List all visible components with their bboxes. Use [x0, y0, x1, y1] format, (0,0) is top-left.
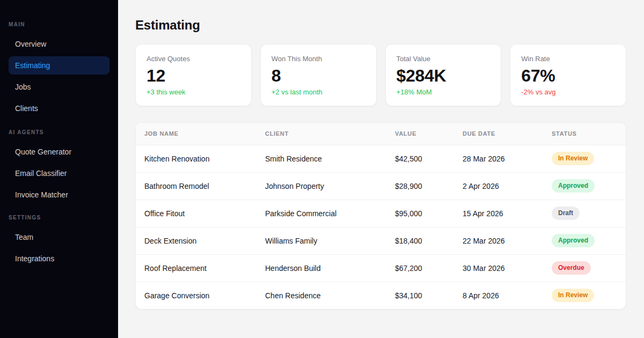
quotes-table: Job Name Client Value Due Date Status Ki…: [136, 123, 626, 309]
sidebar-section-label-ai-agents: AI AGENTS: [9, 129, 109, 136]
sidebar-item-quote-generator[interactable]: Quote Generator: [9, 143, 109, 161]
sidebar-item-invoice-matcher[interactable]: Invoice Matcher: [9, 186, 109, 204]
sidebar-item-label: Quote Generator: [15, 148, 71, 156]
sidebar-item-label: Clients: [15, 104, 38, 113]
stat-delta: -2% vs avg: [521, 87, 615, 97]
stat-card-total-value: Total Value $284K +18% MoM: [385, 44, 502, 106]
cell-client: Parkside Commercial: [257, 200, 386, 227]
cell-job-name: Bathroom Remodel: [136, 172, 257, 200]
cell-due-date: 30 Mar 2026: [454, 254, 543, 282]
stat-label: Won This Month: [272, 54, 365, 64]
stat-value: 67%: [521, 65, 615, 86]
sidebar-item-overview[interactable]: Overview: [9, 35, 109, 53]
column-header-status: Status: [543, 123, 626, 145]
column-header-due-date: Due Date: [454, 123, 543, 145]
stat-card-won-this-month: Won This Month 8 +2 vs last month: [260, 44, 377, 106]
quotes-table-card: Job Name Client Value Due Date Status Ki…: [135, 122, 626, 310]
cell-due-date: 22 Mar 2026: [454, 227, 543, 254]
sidebar-section-ai-agents: AI AGENTS Quote Generator Email Classifi…: [9, 129, 109, 204]
stat-delta: +3 this week: [147, 87, 240, 97]
cell-client: Johnson Property: [257, 172, 386, 200]
stat-value: $284K: [397, 65, 491, 86]
stat-delta: +18% MoM: [397, 87, 491, 97]
cell-client: Williams Family: [257, 227, 386, 254]
sidebar-item-label: Team: [15, 233, 33, 241]
column-header-job-name: Job Name: [136, 123, 257, 145]
cell-status: Overdue: [543, 254, 626, 282]
sidebar-item-team[interactable]: Team: [9, 228, 109, 246]
main-content: Estimating Active Quotes 12 +3 this week…: [118, 0, 644, 338]
status-badge: In Review: [552, 152, 594, 165]
cell-value: $42,500: [386, 145, 454, 172]
sidebar-item-label: Estimating: [15, 61, 50, 70]
table-row[interactable]: Garage Conversion Chen Residence $34,100…: [136, 282, 626, 309]
cell-status: Approved: [543, 227, 626, 254]
sidebar-item-label: Overview: [15, 40, 46, 48]
cell-value: $28,900: [386, 172, 454, 200]
stat-card-win-rate: Win Rate 67% -2% vs avg: [510, 44, 626, 106]
cell-job-name: Deck Extension: [136, 227, 257, 254]
sidebar-section-settings: SETTINGS Team Integrations: [9, 215, 109, 268]
sidebar-item-estimating[interactable]: Estimating: [9, 56, 109, 75]
cell-job-name: Roof Replacement: [136, 254, 257, 282]
stat-value: 8: [272, 65, 365, 86]
status-badge: Draft: [552, 207, 580, 220]
app-window: MAIN Overview Estimating Jobs Clients AI…: [0, 0, 644, 338]
sidebar-item-label: Integrations: [15, 254, 54, 263]
sidebar-item-jobs[interactable]: Jobs: [9, 78, 109, 96]
column-header-client: Client: [257, 123, 386, 145]
page-title: Estimating: [135, 17, 626, 33]
table-row[interactable]: Office Fitout Parkside Commercial $95,00…: [136, 200, 626, 227]
cell-status: Draft: [543, 200, 626, 227]
stat-cards-row: Active Quotes 12 +3 this week Won This M…: [135, 44, 626, 106]
cell-status: Approved: [543, 172, 626, 200]
sidebar-item-label: Invoice Matcher: [15, 190, 68, 199]
cell-value: $18,400: [386, 227, 454, 254]
cell-client: Chen Residence: [257, 282, 386, 309]
sidebar-item-label: Jobs: [15, 83, 31, 91]
sidebar-item-clients[interactable]: Clients: [9, 99, 109, 117]
status-badge: Approved: [552, 179, 595, 193]
table-row[interactable]: Kitchen Renovation Smith Residence $42,5…: [136, 145, 626, 172]
cell-client: Smith Residence: [257, 145, 386, 172]
sidebar-item-label: Email Classifier: [15, 169, 67, 178]
cell-status: In Review: [543, 282, 626, 309]
stat-label: Active Quotes: [147, 54, 240, 64]
stat-delta: +2 vs last month: [272, 87, 365, 97]
cell-due-date: 8 Apr 2026: [454, 282, 543, 309]
status-badge: Approved: [552, 234, 595, 247]
cell-client: Henderson Build: [257, 254, 386, 282]
cell-job-name: Kitchen Renovation: [136, 145, 257, 172]
cell-status: In Review: [543, 145, 626, 172]
cell-due-date: 2 Apr 2026: [454, 172, 543, 200]
sidebar-section-main: MAIN Overview Estimating Jobs Clients: [9, 21, 109, 117]
sidebar-section-label-main: MAIN: [9, 21, 109, 28]
cell-due-date: 28 Mar 2026: [454, 145, 543, 172]
stat-card-active-quotes: Active Quotes 12 +3 this week: [135, 44, 252, 106]
cell-value: $34,100: [386, 282, 454, 309]
sidebar-item-email-classifier[interactable]: Email Classifier: [9, 164, 109, 182]
status-badge: In Review: [552, 289, 594, 302]
sidebar-section-label-settings: SETTINGS: [9, 215, 109, 221]
table-row[interactable]: Bathroom Remodel Johnson Property $28,90…: [136, 172, 626, 200]
table-header-row: Job Name Client Value Due Date Status: [136, 123, 626, 145]
status-badge: Overdue: [552, 261, 591, 275]
cell-value: $95,000: [386, 200, 454, 227]
table-row[interactable]: Deck Extension Williams Family $18,400 2…: [136, 227, 626, 254]
cell-due-date: 15 Apr 2026: [454, 200, 543, 227]
cell-job-name: Office Fitout: [136, 200, 257, 227]
column-header-value: Value: [386, 123, 454, 145]
stat-label: Win Rate: [521, 54, 615, 64]
cell-job-name: Garage Conversion: [136, 282, 257, 309]
sidebar-item-integrations[interactable]: Integrations: [9, 249, 109, 268]
table-row[interactable]: Roof Replacement Henderson Build $67,200…: [136, 254, 626, 282]
stat-label: Total Value: [397, 54, 491, 64]
sidebar: MAIN Overview Estimating Jobs Clients AI…: [0, 0, 118, 338]
cell-value: $67,200: [386, 254, 454, 282]
stat-value: 12: [147, 65, 240, 86]
